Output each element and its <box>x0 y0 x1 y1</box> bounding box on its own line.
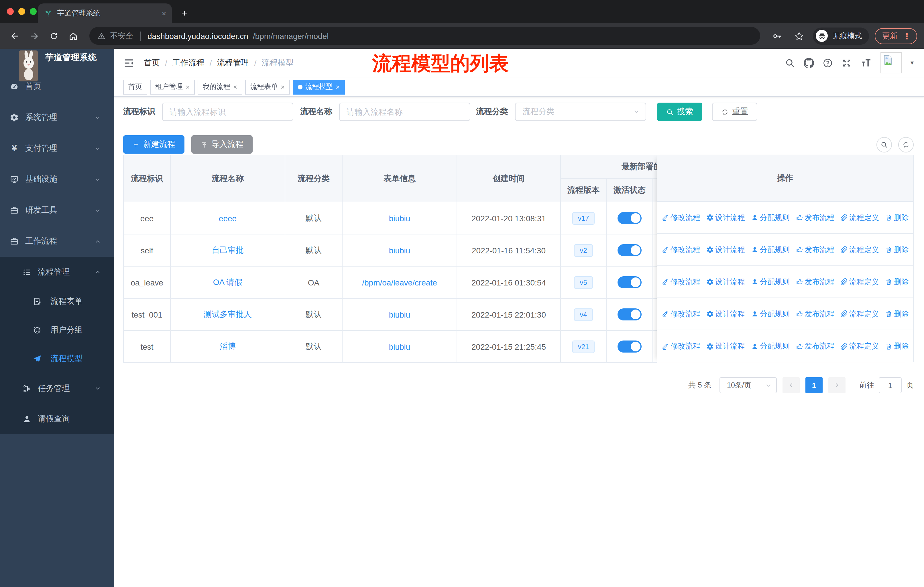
category-select[interactable]: 流程分类 <box>515 103 646 121</box>
version-badge[interactable]: v21 <box>572 340 595 353</box>
action-delete[interactable]: 删除 <box>885 276 909 287</box>
action-assign-rule[interactable]: 分配规则 <box>751 309 790 319</box>
font-size-icon[interactable] <box>861 57 872 68</box>
breadcrumb-item[interactable]: 流程管理 <box>217 58 249 68</box>
refresh-table-button[interactable] <box>898 137 914 152</box>
action-process-definition[interactable]: 流程定义 <box>840 245 879 255</box>
process-name-link[interactable]: eeee <box>219 213 237 223</box>
action-publish-process[interactable]: 发布流程 <box>795 341 834 351</box>
action-process-definition[interactable]: 流程定义 <box>840 341 879 351</box>
process-name-input[interactable] <box>339 103 470 121</box>
action-assign-rule[interactable]: 分配规则 <box>751 212 790 223</box>
update-button[interactable]: 更新 ⋮ <box>875 28 917 44</box>
action-assign-rule[interactable]: 分配规则 <box>751 341 790 351</box>
forward-icon[interactable] <box>26 28 42 44</box>
action-assign-rule[interactable]: 分配规则 <box>751 245 790 255</box>
tab-close-icon[interactable]: × <box>162 9 166 18</box>
window-controls[interactable] <box>7 8 37 15</box>
action-design-process[interactable]: 设计流程 <box>706 212 745 223</box>
home-icon[interactable] <box>65 28 81 44</box>
window-close-button[interactable] <box>7 8 14 15</box>
window-zoom-button[interactable] <box>30 8 37 15</box>
sidebar-item-process-mgmt[interactable]: 流程管理 <box>0 257 114 287</box>
action-process-definition[interactable]: 流程定义 <box>840 276 879 287</box>
sidebar-item-payment[interactable]: ¥ 支付管理 <box>0 133 114 164</box>
version-badge[interactable]: v4 <box>574 308 592 321</box>
avatar-caret-icon[interactable]: ▾ <box>911 59 914 66</box>
bookmark-star-icon[interactable] <box>791 28 807 44</box>
form-info-link[interactable]: biubiu <box>389 246 411 255</box>
tag-close-icon[interactable]: × <box>233 83 237 91</box>
sidebar-item-system[interactable]: 系统管理 <box>0 102 114 133</box>
action-delete[interactable]: 删除 <box>885 245 909 255</box>
action-publish-process[interactable]: 发布流程 <box>795 245 834 255</box>
sidebar-item-user-group[interactable]: 用户分组 <box>0 316 114 344</box>
browser-menu-icon[interactable]: ⋮ <box>903 31 911 40</box>
tag-close-icon[interactable]: × <box>281 83 285 91</box>
browser-tab[interactable]: 芋道管理系统 × <box>38 3 172 23</box>
back-icon[interactable] <box>7 28 23 44</box>
action-delete[interactable]: 删除 <box>885 212 909 223</box>
action-delete[interactable]: 删除 <box>885 341 909 351</box>
search-icon[interactable] <box>785 58 795 68</box>
action-publish-process[interactable]: 发布流程 <box>795 276 834 287</box>
tag-home[interactable]: 首页 <box>123 79 147 94</box>
action-edit-process[interactable]: 修改流程 <box>662 245 700 255</box>
action-design-process[interactable]: 设计流程 <box>706 276 745 287</box>
fullscreen-icon[interactable] <box>842 58 852 68</box>
reset-button[interactable]: 重置 <box>712 103 757 121</box>
password-key-icon[interactable] <box>769 28 785 44</box>
form-info-link[interactable]: biubiu <box>389 213 411 223</box>
sidebar-item-task-mgmt[interactable]: 任务管理 <box>0 373 114 403</box>
sidebar-item-home[interactable]: 首页 <box>0 71 114 102</box>
action-delete[interactable]: 删除 <box>885 309 909 319</box>
action-publish-process[interactable]: 发布流程 <box>795 212 834 223</box>
sidebar-item-workflow[interactable]: 工作流程 <box>0 226 114 257</box>
sidebar-item-process-model[interactable]: 流程模型 <box>0 344 114 373</box>
active-toggle[interactable] <box>617 308 642 321</box>
sidebar-item-process-form[interactable]: 流程表单 <box>0 287 114 316</box>
goto-page-input[interactable] <box>879 377 902 393</box>
avatar[interactable] <box>881 52 902 73</box>
action-process-definition[interactable]: 流程定义 <box>840 309 879 319</box>
action-edit-process[interactable]: 修改流程 <box>662 276 700 287</box>
tag-close-icon[interactable]: × <box>336 83 340 91</box>
process-name-link[interactable]: OA 请假 <box>213 277 243 288</box>
action-edit-process[interactable]: 修改流程 <box>662 212 700 223</box>
form-info-link[interactable]: biubiu <box>389 310 411 319</box>
form-info-link[interactable]: biubiu <box>389 342 411 351</box>
github-icon[interactable] <box>804 58 814 68</box>
process-name-link[interactable]: 测试多审批人 <box>204 309 252 319</box>
page-size-select[interactable]: 10条/页 <box>719 377 777 393</box>
breadcrumb-item[interactable]: 工作流程 <box>172 58 205 68</box>
active-toggle[interactable] <box>617 276 642 288</box>
tag-process-model[interactable]: 流程模型 × <box>293 79 345 94</box>
new-tab-button[interactable] <box>177 5 193 21</box>
reload-icon[interactable] <box>46 28 62 44</box>
process-name-link[interactable]: 滔博 <box>220 341 236 352</box>
active-toggle[interactable] <box>617 212 642 224</box>
action-assign-rule[interactable]: 分配规则 <box>751 276 790 287</box>
action-design-process[interactable]: 设计流程 <box>706 309 745 319</box>
next-page-button[interactable] <box>828 377 845 393</box>
prev-page-button[interactable] <box>782 377 800 393</box>
form-info-link[interactable]: /bpm/oa/leave/create <box>362 278 437 287</box>
action-edit-process[interactable]: 修改流程 <box>662 309 700 319</box>
breadcrumb-item[interactable]: 首页 <box>144 58 160 68</box>
tag-close-icon[interactable]: × <box>186 83 190 91</box>
action-edit-process[interactable]: 修改流程 <box>662 341 700 351</box>
action-process-definition[interactable]: 流程定义 <box>840 212 879 223</box>
action-design-process[interactable]: 设计流程 <box>706 341 745 351</box>
version-badge[interactable]: v5 <box>574 276 592 289</box>
active-toggle[interactable] <box>617 341 642 352</box>
action-design-process[interactable]: 设计流程 <box>706 245 745 255</box>
sidebar-item-devtools[interactable]: 研发工具 <box>0 195 114 226</box>
sidebar-collapse-icon[interactable] <box>123 57 135 68</box>
sidebar-item-leave-query[interactable]: 请假查询 <box>0 403 114 434</box>
current-page[interactable]: 1 <box>805 377 823 393</box>
import-process-button[interactable]: 导入流程 <box>191 135 252 154</box>
tag-tenant[interactable]: 租户管理 × <box>150 79 195 94</box>
show-search-button[interactable] <box>876 137 892 152</box>
window-minimize-button[interactable] <box>18 8 25 15</box>
tag-my-process[interactable]: 我的流程 × <box>198 79 242 94</box>
